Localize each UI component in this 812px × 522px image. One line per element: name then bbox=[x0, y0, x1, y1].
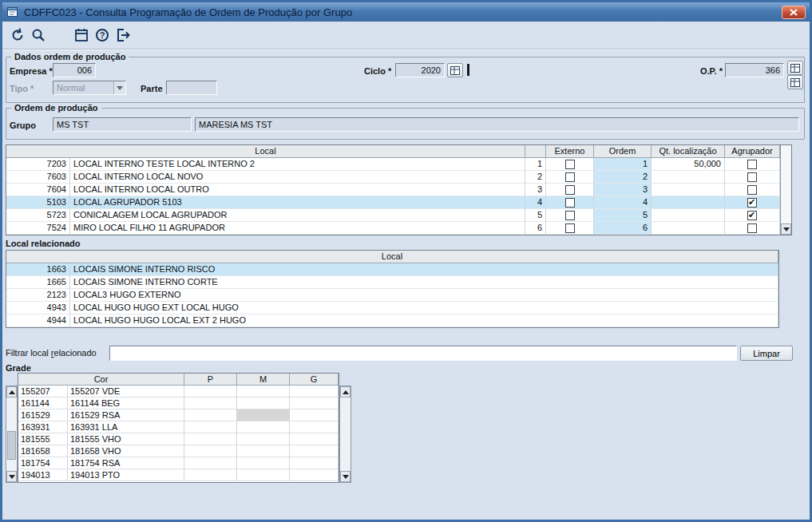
table-row[interactable]: 181658181658 VHO bbox=[18, 445, 339, 457]
externo-checkbox[interactable] bbox=[565, 185, 575, 195]
locais-scrollbar[interactable] bbox=[780, 145, 791, 235]
chevron-down-icon bbox=[113, 81, 125, 94]
grade-p-cell[interactable] bbox=[184, 457, 237, 469]
grade-corner-spacer bbox=[339, 373, 351, 386]
col-header-externo[interactable]: Externo bbox=[546, 145, 594, 158]
agrupador-checkbox[interactable] bbox=[747, 172, 757, 182]
externo-checkbox[interactable] bbox=[565, 211, 575, 220]
table-row[interactable]: 7524MIRO LOCAL FILHO 11 AGRUPADOR66 bbox=[6, 222, 780, 235]
calendar-button[interactable] bbox=[71, 25, 92, 45]
col-header-qt[interactable]: Qt. localização bbox=[652, 145, 725, 158]
grade-g-cell[interactable] bbox=[290, 409, 339, 421]
grade-g-cell[interactable] bbox=[290, 445, 339, 457]
externo-checkbox[interactable] bbox=[565, 223, 575, 233]
col-header-ordem[interactable]: Ordem bbox=[594, 145, 652, 158]
scroll-down-button[interactable] bbox=[781, 223, 791, 235]
grade-m-cell[interactable] bbox=[237, 421, 290, 433]
ciclo-zoom-button[interactable] bbox=[447, 63, 463, 77]
scroll-down-button[interactable] bbox=[340, 471, 351, 482]
help-button[interactable]: ? bbox=[92, 25, 113, 45]
op-field[interactable]: 366 bbox=[725, 63, 784, 77]
table-row[interactable]: 181754181754 RSA bbox=[18, 457, 339, 469]
table-row[interactable]: 161529161529 RSA bbox=[18, 409, 339, 421]
col-header-g[interactable]: G bbox=[290, 374, 339, 386]
grade-m-cell[interactable] bbox=[237, 445, 290, 457]
search-button[interactable] bbox=[28, 25, 49, 45]
grade-p-cell[interactable] bbox=[184, 445, 237, 457]
grade-p-cell[interactable] bbox=[184, 469, 237, 481]
agrupador-checkbox[interactable] bbox=[747, 223, 757, 233]
grade-g-cell[interactable] bbox=[290, 421, 339, 433]
grade-g-cell[interactable] bbox=[290, 457, 339, 469]
empresa-field[interactable]: 006 bbox=[53, 63, 96, 77]
grade-p-cell[interactable] bbox=[184, 433, 237, 445]
exit-icon bbox=[115, 27, 131, 43]
agrupador-checkbox[interactable] bbox=[747, 198, 757, 208]
op-zoom-button[interactable] bbox=[787, 61, 803, 75]
externo-checkbox[interactable] bbox=[565, 198, 575, 208]
table-row[interactable]: 1663LOCAIS SIMONE INTERNO RISCO bbox=[6, 263, 778, 276]
grade-right-scrollbar[interactable] bbox=[339, 386, 351, 483]
agrupador-cell bbox=[725, 184, 780, 196]
grade-m-cell[interactable] bbox=[237, 397, 290, 409]
exit-button[interactable] bbox=[113, 25, 133, 45]
grade-left-scrollbar[interactable] bbox=[6, 386, 18, 483]
col-header-agrupador[interactable]: Agrupador bbox=[725, 145, 780, 158]
agrupador-checkbox[interactable] bbox=[747, 211, 757, 220]
externo-checkbox[interactable] bbox=[565, 160, 575, 169]
grade-p-cell[interactable] bbox=[184, 421, 237, 433]
table-row[interactable]: 5723CONICALAGEM LOCAL AGRUPADOR55 bbox=[6, 209, 780, 222]
col-header-cor[interactable]: Cor bbox=[18, 374, 184, 386]
scroll-thumb[interactable] bbox=[7, 431, 16, 460]
col-header-local[interactable]: Local bbox=[6, 251, 778, 263]
local-seq: 6 bbox=[525, 222, 546, 235]
parte-field[interactable] bbox=[166, 81, 217, 95]
col-header-local[interactable]: Local bbox=[6, 145, 525, 158]
ciclo-field[interactable]: 2020 bbox=[395, 63, 445, 77]
grade-g-cell[interactable] bbox=[290, 469, 339, 481]
lookup-grid-icon bbox=[790, 78, 800, 87]
tipo-select[interactable]: Normal bbox=[53, 81, 126, 95]
table-row[interactable]: 161144161144 BEG bbox=[18, 397, 339, 409]
grupo-name-field[interactable]: MARESIA MS TST bbox=[195, 117, 799, 132]
agrupador-checkbox[interactable] bbox=[747, 160, 757, 169]
table-row[interactable]: 7203LOCAL INTERNO TESTE LOCAL INTERNO 21… bbox=[6, 158, 780, 171]
table-row[interactable]: 194013194013 PTO bbox=[18, 469, 339, 481]
col-header-p[interactable]: P bbox=[184, 374, 237, 386]
grade-p-cell[interactable] bbox=[184, 386, 237, 397]
table-row[interactable]: 4944LOCAL HUGO HUGO LOCAL EXT 2 HUGO bbox=[6, 314, 778, 327]
parte-zoom-button[interactable] bbox=[787, 75, 803, 89]
grade-p-cell[interactable] bbox=[184, 397, 237, 409]
scroll-down-button[interactable] bbox=[6, 471, 17, 482]
table-row[interactable]: 1665LOCAIS SIMONE INTERNO CORTE bbox=[6, 276, 778, 289]
table-row[interactable]: 163931163931 LLA bbox=[18, 421, 339, 433]
grupo-code-field[interactable]: MS TST bbox=[53, 117, 192, 132]
local-name: MIRO LOCAL FILHO 11 AGRUPADOR bbox=[70, 222, 525, 235]
grade-g-cell[interactable] bbox=[290, 433, 339, 445]
grade-m-cell[interactable] bbox=[237, 386, 290, 397]
filter-input[interactable] bbox=[109, 346, 737, 361]
scroll-up-button[interactable] bbox=[6, 386, 17, 397]
table-row[interactable]: 155207155207 VDE bbox=[18, 386, 339, 397]
grade-m-cell[interactable] bbox=[237, 457, 290, 469]
table-row[interactable]: 2123LOCAL3 HUGO EXTERNO bbox=[6, 289, 778, 302]
limpar-button[interactable]: Limpar bbox=[740, 346, 793, 361]
table-row[interactable]: 7603LOCAL INTERNO LOCAL NOVO22 bbox=[6, 171, 780, 184]
close-button[interactable] bbox=[782, 6, 806, 19]
agrupador-checkbox[interactable] bbox=[747, 185, 757, 195]
grade-g-cell[interactable] bbox=[290, 386, 339, 397]
table-row[interactable]: 4943LOCAL HUGO HUGO EXT LOCAL HUGO bbox=[6, 302, 778, 314]
table-row[interactable]: 181555181555 VHO bbox=[18, 433, 339, 445]
col-header-m[interactable]: M bbox=[237, 374, 290, 386]
grade-g-cell[interactable] bbox=[290, 397, 339, 409]
grade-m-cell[interactable] bbox=[237, 409, 290, 421]
externo-checkbox[interactable] bbox=[565, 172, 575, 182]
table-row[interactable]: 5103LOCAL AGRUPADOR 510344 bbox=[6, 196, 780, 209]
scroll-up-button[interactable] bbox=[340, 386, 351, 397]
col-header-seq[interactable] bbox=[525, 145, 546, 158]
grade-m-cell[interactable] bbox=[237, 469, 290, 481]
grade-p-cell[interactable] bbox=[184, 409, 237, 421]
table-row[interactable]: 7604LOCAL INTERNO LOCAL OUTRO33 bbox=[6, 184, 780, 196]
undo-button[interactable] bbox=[7, 25, 28, 45]
grade-m-cell[interactable] bbox=[237, 433, 290, 445]
